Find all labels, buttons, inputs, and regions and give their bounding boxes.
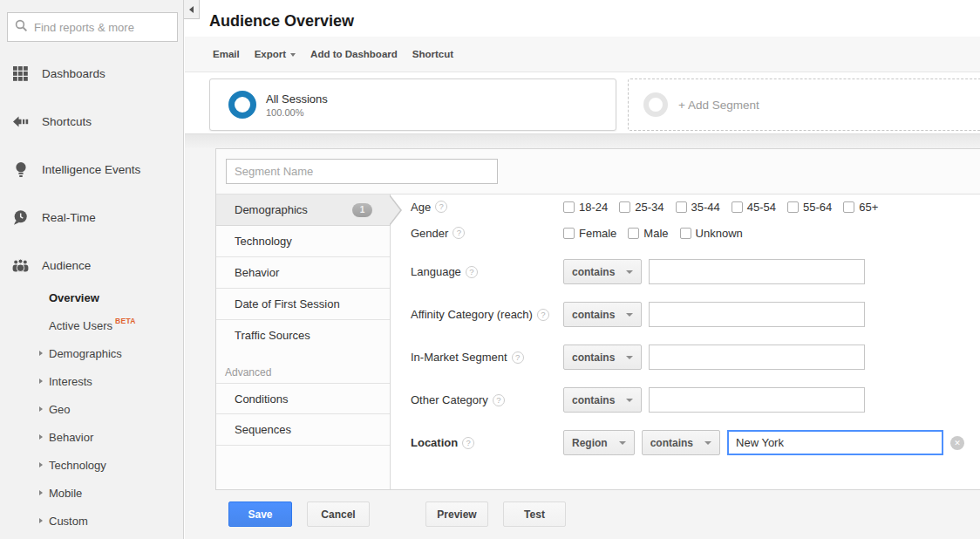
other-category-row: Other Category ? contains <box>411 387 980 413</box>
tab-traffic-sources[interactable]: Traffic Sources <box>216 320 390 351</box>
help-icon[interactable]: ? <box>466 266 478 278</box>
sidebar-item-real-time[interactable]: Real-Time <box>0 194 183 242</box>
help-icon[interactable]: ? <box>462 437 474 449</box>
add-segment-card[interactable]: + Add Segment <box>628 78 980 131</box>
sidebar-item-interests[interactable]: Interests <box>0 367 183 395</box>
help-icon[interactable]: ? <box>493 394 505 406</box>
email-button[interactable]: Email <box>213 49 240 59</box>
sidebar-item-label: Geo <box>49 403 71 416</box>
chevron-down-icon <box>619 441 626 445</box>
age-label: Age <box>411 201 431 214</box>
advanced-section-heading: Advanced <box>216 362 390 383</box>
sidebar-item-label: Active Users <box>49 319 112 332</box>
search-icon <box>15 19 28 36</box>
chevron-down-icon <box>626 313 633 317</box>
age-option-45-54[interactable]: 45-54 <box>732 201 776 214</box>
language-row: Language ? contains <box>411 259 980 284</box>
all-sessions-segment-card[interactable]: All Sessions 100.00% <box>209 78 616 131</box>
sidebar-item-audience[interactable]: Audience <box>0 242 183 290</box>
sidebar-item-custom[interactable]: Custom <box>0 507 183 535</box>
sidebar-item-shortcuts[interactable]: Shortcuts <box>0 98 183 146</box>
age-option-25-34[interactable]: 25-34 <box>619 201 664 214</box>
checkbox-icon <box>628 228 639 239</box>
other-category-value-input[interactable] <box>649 387 865 413</box>
affinity-operator-dropdown[interactable]: contains <box>563 302 642 327</box>
tab-technology[interactable]: Technology <box>216 226 390 257</box>
clear-input-icon[interactable]: ✕ <box>950 436 964 450</box>
search-input[interactable]: Find reports & more <box>7 12 178 42</box>
report-toolbar: Email Export Add to Dashboard Shortcut <box>185 37 980 72</box>
sidebar-item-demographics[interactable]: Demographics <box>0 339 183 367</box>
sidebar-item-label: Mobile <box>49 487 82 500</box>
sidebar-item-label: Intelligence Events <box>42 163 140 176</box>
add-segment-label: + Add Segment <box>678 99 759 112</box>
builder-body: Demographics 1 Technology Behavior Date … <box>216 194 980 489</box>
checkbox-icon <box>676 201 687 213</box>
language-value-input[interactable] <box>649 259 865 284</box>
gender-option-female[interactable]: Female <box>563 227 616 240</box>
sidebar-item-dashboards[interactable]: Dashboards <box>0 50 183 98</box>
cancel-button[interactable]: Cancel <box>307 501 370 527</box>
age-option-55-64[interactable]: 55-64 <box>787 201 832 214</box>
segments-divider-band <box>185 133 980 148</box>
sidebar-item-active-users[interactable]: Active Users BETA <box>0 311 183 339</box>
in-market-segment-row: In-Market Segment ? contains <box>411 345 980 370</box>
affinity-category-label: Affinity Category (reach) <box>411 308 533 321</box>
test-button[interactable]: Test <box>503 501 566 527</box>
audience-subnav: Overview Active Users BETA Demographics … <box>0 283 183 535</box>
expand-arrow-icon <box>39 379 43 384</box>
other-category-operator-dropdown[interactable]: contains <box>563 387 642 413</box>
tab-conditions[interactable]: Conditions <box>216 383 390 414</box>
sidebar-item-intelligence-events[interactable]: Intelligence Events <box>0 146 183 194</box>
chevron-down-icon <box>626 399 633 402</box>
help-icon[interactable]: ? <box>512 351 524 364</box>
segment-ring-icon <box>228 91 256 119</box>
help-icon[interactable]: ? <box>453 227 465 239</box>
checkbox-icon <box>563 228 575 239</box>
gender-option-unknown[interactable]: Unknown <box>680 227 743 240</box>
segment-name-input[interactable] <box>226 159 498 184</box>
dashboards-icon <box>12 66 29 81</box>
affinity-value-input[interactable] <box>649 302 865 327</box>
tab-date-of-first-session[interactable]: Date of First Session <box>216 289 390 320</box>
preview-button[interactable]: Preview <box>425 501 488 527</box>
sidebar-item-behavior[interactable]: Behavior <box>0 423 183 451</box>
sidebar-collapse-button[interactable] <box>184 0 200 19</box>
demographics-filters: Age ? 18-24 25-34 35-44 45-54 55-64 65+ <box>391 194 980 489</box>
realtime-clock-icon <box>12 210 29 225</box>
in-market-value-input[interactable] <box>649 345 865 370</box>
age-option-35-44[interactable]: 35-44 <box>676 201 720 214</box>
in-market-operator-dropdown[interactable]: contains <box>563 345 642 370</box>
shortcut-button[interactable]: Shortcut <box>412 49 453 59</box>
tab-sequences[interactable]: Sequences <box>216 414 390 446</box>
save-button[interactable]: Save <box>228 501 292 527</box>
expand-arrow-icon <box>39 518 43 523</box>
age-option-65plus[interactable]: 65+ <box>843 201 878 214</box>
export-button[interactable]: Export <box>255 49 296 59</box>
add-to-dashboard-button[interactable]: Add to Dashboard <box>310 49 398 59</box>
gender-option-male[interactable]: Male <box>628 227 668 240</box>
segment-name-strip <box>216 149 980 194</box>
help-icon[interactable]: ? <box>537 309 549 321</box>
sidebar-item-label: Interests <box>49 375 92 388</box>
add-segment-ring-icon <box>643 92 668 117</box>
other-category-label: Other Category <box>411 393 488 406</box>
sidebar-item-technology[interactable]: Technology <box>0 451 183 479</box>
location-operator-dropdown[interactable]: contains <box>642 430 720 455</box>
language-operator-dropdown[interactable]: contains <box>563 259 642 284</box>
builder-tabs-column: Demographics 1 Technology Behavior Date … <box>216 194 391 489</box>
segment-builder-area: Demographics 1 Technology Behavior Date … <box>185 148 980 539</box>
sidebar-item-label: Behavior <box>49 431 93 444</box>
sidebar-item-geo[interactable]: Geo <box>0 395 183 423</box>
checkbox-icon <box>619 201 630 213</box>
tab-behavior[interactable]: Behavior <box>216 257 390 289</box>
age-option-18-24[interactable]: 18-24 <box>563 201 608 214</box>
tab-demographics[interactable]: Demographics 1 <box>216 194 390 226</box>
sidebar-item-overview[interactable]: Overview <box>0 283 183 311</box>
help-icon[interactable]: ? <box>435 201 447 213</box>
sidebar-item-mobile[interactable]: Mobile <box>0 479 183 507</box>
location-value-input[interactable] <box>727 430 943 455</box>
location-dimension-dropdown[interactable]: Region <box>563 430 635 455</box>
language-label: Language <box>411 265 461 278</box>
expand-arrow-icon <box>39 434 43 440</box>
